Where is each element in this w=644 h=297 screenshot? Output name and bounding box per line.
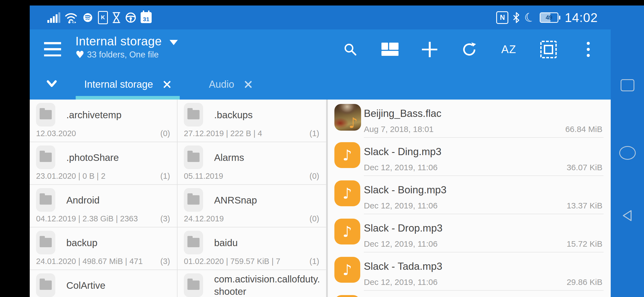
chevron-down-icon [46,79,58,89]
folder-info: 27.12.2019 | 222 B | 4 [184,129,262,138]
sort-button[interactable]: AZ [501,41,517,58]
tab-label: Audio [209,79,234,90]
refresh-button[interactable] [461,41,477,58]
file-list: Beijing_Bass.flac Aug 7, 2018, 18:01 66.… [328,100,611,297]
overflow-menu-icon [587,42,590,57]
folder-name: .photoShare [66,143,173,171]
recents-button[interactable] [611,78,644,93]
search-button[interactable] [342,41,359,58]
folder-count: (0) [310,172,319,181]
home-button[interactable] [611,145,644,161]
folder-info: 24.12.2019 [184,214,224,223]
folder-cell[interactable]: com.activision.callofduty.shooter [178,270,326,297]
folder-name: baidu [214,229,322,257]
folder-info: 01.02.2020 | 759.57 KiB | 7 [184,257,280,266]
file-size: 36.07 KiB [567,163,602,172]
battery-icon: 49 [540,12,560,23]
folder-icon [36,273,55,297]
file-size: 29.86 KiB [567,277,602,287]
night-mode-icon: ☾ [523,10,537,24]
file-date: Dec 12, 2019, 11:06 [364,201,438,210]
file-thumbnail [334,180,360,206]
folder-cell[interactable]: .backups 27.12.2019 | 222 B | 4 (1) [178,100,326,142]
file-name: Slack - Tada.mp3 [364,261,442,272]
caret-down-icon [170,40,178,45]
file-row[interactable]: Beijing_Bass.flac Aug 7, 2018, 18:01 66.… [328,100,611,138]
file-size: 13.37 KiB [567,201,602,210]
folder-icon [36,231,55,254]
folder-name: .backups [214,101,322,129]
file-size: 15.72 KiB [567,239,602,249]
folder-name: Android [66,186,173,214]
folder-cell[interactable]: baidu 01.02.2020 | 759.57 KiB | 7 (1) [178,227,326,270]
folder-name: ColArtive [66,271,173,297]
status-icons-left: 4 K [47,6,152,29]
file-row[interactable]: Slack - Drop.mp3 Dec 12, 2019, 11:06 15.… [328,214,611,252]
folder-name: .archivetemp [66,101,173,129]
folder-info: 23.01.2020 | 0 B | 2 [36,172,105,181]
file-row[interactable] [328,291,611,297]
k-app-icon: K [98,11,108,24]
file-row[interactable]: Slack - Tada.mp3 Dec 12, 2019, 11:06 29.… [328,252,611,291]
pane-layout-button[interactable] [382,41,398,58]
nfc-icon: N [496,11,508,24]
file-name: Slack - Boing.mp3 [364,184,446,196]
folder-cell[interactable]: ColArtive [30,270,178,297]
status-icons-right: N ☾ 49 14:02 [496,6,598,29]
select-all-button[interactable] [540,41,557,58]
location-title-dropdown[interactable]: Internal storage ♥ 33 folders, One file [75,34,178,60]
back-button[interactable] [611,208,644,223]
file-thumbnail [334,219,360,244]
collapse-tabs-button[interactable] [43,76,60,92]
file-name: Slack - Drop.mp3 [364,222,443,234]
file-row[interactable]: Slack - Ding.mp3 Dec 12, 2019, 11:06 36.… [328,138,611,176]
folder-cell[interactable]: Android 04.12.2019 | 2.38 GiB | 2363 (3) [30,185,178,227]
folder-count: (1) [160,172,170,181]
folder-cell[interactable]: ANRSnap 24.12.2019 (0) [178,185,326,227]
refresh-icon [462,42,477,57]
folder-cell[interactable]: Alarms 05.11.2019 (0) [178,142,326,185]
file-date: Dec 12, 2019, 11:06 [364,163,438,172]
folder-icon [184,103,203,127]
file-thumbnail [334,295,360,297]
folder-icon [184,188,203,212]
signal-bars-icon [47,12,60,23]
overflow-menu-button[interactable] [580,41,596,58]
file-date: Dec 12, 2019, 11:06 [364,239,438,249]
folder-cell[interactable]: .photoShare 23.01.2020 | 0 B | 2 (1) [30,142,178,185]
calendar-icon: 31 [141,12,152,23]
folder-cell[interactable]: .archivetemp 12.03.2020 (0) [30,100,178,142]
folder-cell[interactable]: backup 24.01.2020 | 498.67 MiB | 471 (3) [30,227,178,270]
folder-icon [184,145,203,169]
folder-name: com.activision.callofduty.shooter [214,271,322,297]
file-thumbnail [334,257,360,283]
tab-internal-storage[interactable]: Internal storage [76,69,180,100]
tab-audio[interactable]: Audio [184,69,277,100]
folder-count: (1) [310,257,319,266]
add-button[interactable] [421,41,438,58]
file-row[interactable]: Slack - Boing.mp3 Dec 12, 2019, 11:06 13… [328,176,611,214]
page-title: Internal storage [75,34,162,48]
content-area: .archivetemp 12.03.2020 (0) .backups 27.… [30,100,611,297]
folder-icon [184,231,203,254]
file-thumbnail [334,142,360,168]
recents-square-icon [621,79,634,91]
tab-bar: Internal storage Audio [30,69,611,100]
close-icon[interactable] [163,80,171,89]
folder-info: 04.12.2019 | 2.38 GiB | 2363 [36,214,138,223]
folder-count: (0) [160,129,170,138]
folder-icon [36,188,55,212]
plus-icon [422,42,437,57]
select-all-icon [540,41,557,58]
location-summary: 33 folders, One file [87,50,159,60]
folder-icon [36,145,55,169]
clock: 14:02 [565,10,598,25]
folder-grid: .archivetemp 12.03.2020 (0) .backups 27.… [30,100,326,297]
folder-icon [36,103,55,127]
close-icon[interactable] [244,80,252,89]
home-circle-icon [619,146,636,160]
sort-az-icon: AZ [501,43,516,56]
phone-screen: 4 K [0,0,644,297]
drive-mode-icon [125,12,137,23]
menu-button[interactable] [44,42,61,56]
